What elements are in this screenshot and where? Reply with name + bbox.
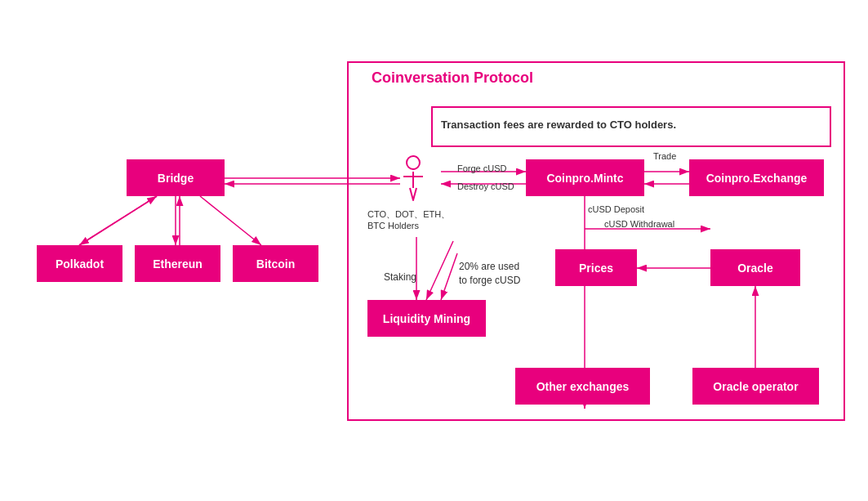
- holders-label: CTO、DOT、ETH、BTC Holders: [367, 208, 450, 230]
- cusd-deposit-label: cUSD Deposit: [588, 204, 644, 214]
- twenty-percent-label: 20% are usedto forge cUSD: [459, 260, 520, 288]
- staking-label: Staking: [384, 271, 416, 283]
- person-leg-right: [412, 188, 417, 201]
- ethereum-box: Ethereun: [135, 245, 220, 282]
- trade-label: Trade: [653, 151, 676, 161]
- person-icon: [406, 155, 421, 201]
- other-exchanges-box: Other exchanges: [515, 368, 650, 405]
- person-arms: [403, 176, 423, 177]
- svg-line-2: [79, 196, 157, 245]
- person-body: [409, 172, 417, 201]
- liquidity-mining-box: Liquidity Mining: [367, 300, 486, 337]
- cusd-withdrawal-label: cUSD Withdrawal: [604, 219, 674, 229]
- oracle-box: Oracle: [710, 249, 800, 286]
- oracle-operator-box: Oracle operator: [692, 368, 819, 405]
- svg-line-6: [200, 196, 261, 245]
- fee-notice: Transaction fees are rewarded to CTO hol…: [441, 119, 676, 131]
- coinpro-exchange-box: Coinpro.Exchange: [689, 159, 824, 196]
- prices-box: Prices: [555, 249, 637, 286]
- coinpro-mintc-box: Coinpro.Mintc: [526, 159, 644, 196]
- destroy-cusd-label: Destroy cUSD: [457, 181, 514, 191]
- person-torso: [412, 172, 414, 188]
- forge-cusd-label: Forge cUSD: [457, 163, 507, 173]
- diagram: Coinversation Protocol Transaction fees …: [0, 0, 868, 501]
- bitcoin-box: Bitcoin: [233, 245, 318, 282]
- person-legs: [409, 188, 417, 201]
- bridge-box: Bridge: [127, 159, 225, 196]
- person-head: [406, 155, 421, 170]
- svg-line-3: [79, 196, 157, 245]
- polkadot-box: Polkadot: [37, 245, 122, 282]
- protocol-title: Coinversation Protocol: [372, 69, 533, 87]
